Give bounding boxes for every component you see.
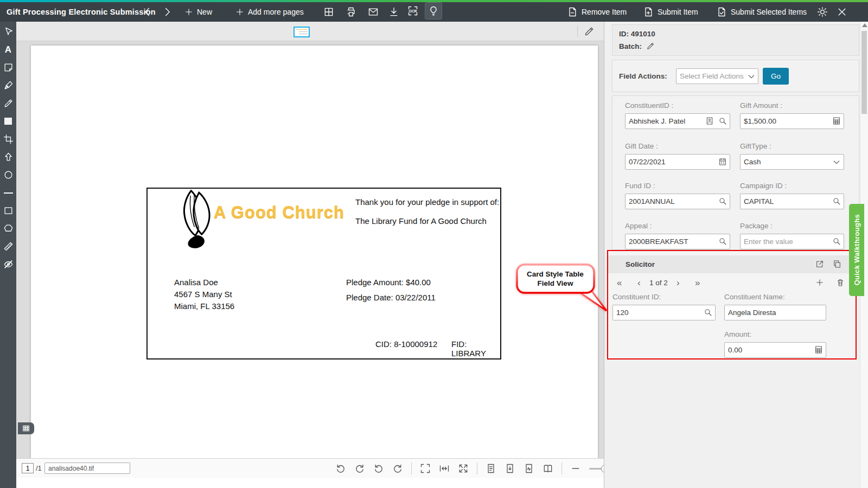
submit-item-button[interactable]: Submit Item (643, 2, 698, 22)
next-page-button[interactable] (162, 2, 173, 22)
ellipse-tool[interactable] (2, 169, 14, 181)
text-tool[interactable]: A (2, 44, 14, 55)
appeal-input[interactable] (625, 234, 730, 249)
add-record-plus-icon[interactable] (815, 278, 824, 287)
line-tool[interactable] (2, 187, 14, 198)
calculator-icon[interactable] (814, 345, 823, 354)
arrow-shape-tool[interactable] (2, 151, 14, 163)
copy-icon[interactable] (833, 260, 841, 268)
search-icon[interactable] (832, 197, 841, 206)
pencil-icon (584, 26, 595, 37)
pen-tool[interactable] (2, 80, 14, 91)
expand-view-button[interactable] (458, 463, 469, 474)
sol-constituent-name-input[interactable] (724, 305, 826, 320)
sol-constituent-id-input[interactable] (612, 305, 716, 320)
submit-selected-items-button[interactable]: Submit Selected Items (716, 2, 807, 22)
strip-divider (577, 26, 578, 37)
callout-text: Card Style Table Field View (516, 269, 594, 288)
remove-item-button[interactable]: Remove Item (567, 2, 627, 22)
rotate-all-left-button[interactable] (373, 463, 384, 474)
field-actions-select[interactable]: Select Field Actions (676, 68, 758, 84)
printer-icon (346, 7, 356, 17)
note-tool[interactable] (2, 62, 14, 73)
rotate-all-right-button[interactable] (392, 463, 403, 474)
thumbnail-panel-toggle[interactable] (18, 422, 34, 434)
open-in-new-icon[interactable] (815, 260, 824, 268)
church-name: A Good Church (214, 203, 344, 222)
print-button[interactable] (346, 2, 356, 22)
page-minimap-thumbnail[interactable] (293, 27, 310, 37)
data-entry-panel: ID: 491010 Batch: Field Actions: Select … (604, 22, 868, 488)
previous-record-button[interactable]: ‹ (637, 278, 641, 288)
last-record-button[interactable]: » (695, 278, 700, 288)
rotate-left-button[interactable] (335, 463, 346, 474)
ocr-icon (407, 5, 418, 16)
gift-amount-input[interactable] (740, 113, 844, 129)
walkthrough-button[interactable] (425, 3, 442, 19)
close-button[interactable] (837, 2, 847, 22)
calculator-icon[interactable] (832, 117, 841, 125)
first-record-button[interactable]: « (617, 278, 622, 288)
single-page-view-button[interactable] (486, 463, 496, 474)
prev-page-button[interactable] (142, 2, 153, 22)
next-record-button[interactable]: › (676, 278, 680, 288)
hide-annotations-tool[interactable] (2, 259, 14, 270)
calendar-icon[interactable] (718, 157, 727, 166)
fit-page-button[interactable] (420, 463, 431, 474)
fund-id-input[interactable] (625, 194, 730, 209)
search-icon[interactable] (718, 197, 727, 206)
sol-amount-input[interactable] (724, 342, 826, 358)
quick-walkthroughs-tab[interactable]: Quick Walkthroughs (849, 204, 864, 296)
filename-input[interactable] (44, 463, 130, 474)
ocr-button[interactable] (405, 3, 421, 19)
batch-label: Batch: (619, 42, 642, 50)
scrollbar-thumb[interactable] (861, 31, 867, 114)
campaign-id-input[interactable] (740, 194, 844, 209)
search-icon[interactable] (704, 308, 712, 317)
select-cursor-tool[interactable] (2, 26, 14, 37)
top-toolbar: Gift Processing Electronic Submission Ne… (0, 0, 868, 22)
edit-batch-pencil-icon[interactable] (646, 42, 655, 50)
callout-line1: Card Style Table (516, 269, 594, 279)
settings-button[interactable] (817, 2, 828, 22)
edit-annotation-button[interactable] (584, 26, 595, 37)
page-number-input[interactable] (22, 463, 34, 473)
download-button[interactable] (388, 2, 399, 22)
rotate-right-button[interactable] (354, 463, 365, 474)
new-button[interactable]: New (184, 2, 212, 22)
ruler-tool[interactable] (2, 241, 14, 252)
search-icon[interactable] (718, 117, 727, 125)
fit-width-button[interactable] (439, 463, 450, 474)
rectangle-tool[interactable] (2, 205, 14, 216)
package-input[interactable] (740, 234, 844, 249)
highlighter-tool[interactable] (2, 98, 14, 109)
toolbar-divider (561, 463, 562, 474)
contact-card-icon[interactable] (705, 117, 714, 125)
filled-rectangle-tool[interactable] (2, 115, 14, 127)
sol-constituent-id-label: Constituent ID: (612, 293, 661, 301)
search-icon[interactable] (832, 237, 841, 246)
gift-date-input[interactable] (625, 154, 730, 170)
zoom-out-button[interactable] (570, 463, 581, 474)
toolbar-divider (477, 463, 477, 474)
add-more-pages-button[interactable]: Add more pages (235, 2, 304, 22)
two-page-view-button[interactable] (542, 463, 553, 474)
email-button[interactable] (368, 2, 379, 22)
grid-view-button[interactable] (323, 2, 334, 22)
crop-tool[interactable] (2, 133, 14, 145)
gift-type-select[interactable]: Cash (740, 154, 844, 170)
gift-date-field (625, 154, 730, 170)
viewer-canvas[interactable]: A Good Church Thank you for your pledge … (16, 41, 604, 458)
polygon-tool[interactable] (2, 223, 14, 234)
sol-amount-field (724, 342, 826, 358)
solicitor-title: Solicitor (626, 260, 655, 268)
lightbulb-icon (428, 5, 439, 16)
go-button[interactable]: Go (763, 68, 789, 85)
search-icon[interactable] (718, 237, 727, 246)
download-page-button[interactable] (505, 463, 515, 474)
donor-street: 4567 S Many St (174, 288, 234, 300)
page-properties-button[interactable] (524, 463, 534, 474)
eye-off-icon (3, 259, 14, 269)
delete-record-trash-icon[interactable] (836, 278, 845, 287)
scrollbar-up-arrow[interactable] (862, 23, 867, 27)
